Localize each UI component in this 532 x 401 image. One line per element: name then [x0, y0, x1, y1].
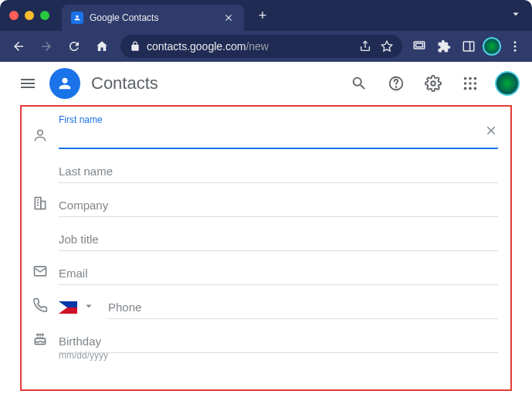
tab-title: Google Contacts [90, 12, 216, 23]
svg-point-16 [464, 87, 467, 90]
svg-point-14 [469, 82, 472, 85]
tabs-dropdown-icon[interactable] [506, 4, 526, 27]
share-icon[interactable] [359, 40, 371, 53]
svg-point-6 [514, 49, 517, 52]
phone-icon [28, 297, 53, 313]
svg-point-27 [37, 334, 39, 335]
nav-forward-button[interactable] [34, 34, 59, 59]
svg-point-8 [396, 87, 397, 87]
job-title-input[interactable] [59, 228, 498, 251]
profile-avatar-small[interactable] [483, 37, 501, 56]
window-controls [9, 11, 49, 20]
new-contact-form: First name [20, 105, 512, 391]
sidepanel-icon[interactable] [458, 36, 479, 57]
settings-button[interactable] [418, 68, 449, 99]
phone-country-select[interactable] [59, 299, 96, 316]
svg-rect-1 [416, 43, 423, 47]
phone-input[interactable] [108, 296, 498, 319]
tab-favicon-icon [71, 12, 83, 24]
svg-point-12 [474, 77, 477, 80]
extensions-icon[interactable] [433, 36, 455, 57]
nav-back-button[interactable] [6, 34, 31, 59]
google-apps-button[interactable] [455, 68, 486, 99]
email-icon [28, 263, 53, 279]
main-menu-button[interactable] [9, 65, 46, 102]
nav-reload-button[interactable] [62, 34, 86, 59]
first-name-input[interactable] [59, 125, 498, 149]
svg-point-28 [39, 334, 41, 335]
nav-home-button[interactable] [90, 34, 114, 59]
window-close[interactable] [9, 11, 19, 20]
company-input[interactable] [59, 194, 498, 217]
browser-titlebar: Google Contacts + [0, 0, 532, 31]
email-input[interactable] [59, 262, 498, 285]
account-avatar[interactable] [495, 71, 520, 96]
close-form-button[interactable] [484, 124, 498, 141]
company-icon [28, 195, 53, 211]
bookmark-star-icon[interactable] [381, 40, 393, 53]
chevron-down-icon [82, 299, 96, 316]
flag-ph-icon [59, 301, 77, 314]
svg-rect-21 [41, 202, 46, 209]
person-icon [28, 127, 53, 143]
app-title: Contacts [91, 73, 158, 93]
svg-point-29 [42, 334, 44, 335]
address-bar[interactable]: contacts.google.com/new [120, 35, 402, 58]
new-tab-button[interactable]: + [252, 5, 273, 26]
birthday-input[interactable] [59, 330, 498, 353]
svg-point-4 [514, 41, 517, 43]
browser-toolbar: contacts.google.com/new [0, 31, 532, 62]
svg-point-11 [469, 77, 472, 80]
app-header: Contacts [0, 62, 532, 105]
lock-icon [130, 41, 141, 52]
svg-point-13 [464, 82, 467, 85]
browser-tab[interactable]: Google Contacts [62, 5, 244, 31]
svg-point-17 [469, 87, 472, 90]
first-name-label: First name [59, 114, 103, 125]
window-minimize[interactable] [25, 11, 34, 20]
svg-point-19 [38, 130, 43, 135]
help-button[interactable] [381, 68, 412, 99]
url-text: contacts.google.com/new [147, 40, 350, 53]
window-maximize[interactable] [40, 11, 49, 20]
svg-point-5 [514, 46, 517, 48]
svg-rect-2 [463, 42, 474, 51]
svg-point-18 [474, 87, 477, 90]
svg-point-9 [431, 81, 435, 86]
svg-point-10 [464, 77, 467, 80]
contacts-logo-icon [49, 68, 80, 99]
tab-close-icon[interactable] [222, 12, 235, 24]
devices-icon[interactable] [408, 36, 430, 57]
search-button[interactable] [344, 68, 374, 99]
svg-point-15 [474, 82, 477, 85]
birthday-icon [28, 331, 53, 347]
last-name-input[interactable] [59, 160, 498, 183]
chrome-menu-icon[interactable] [504, 36, 526, 57]
